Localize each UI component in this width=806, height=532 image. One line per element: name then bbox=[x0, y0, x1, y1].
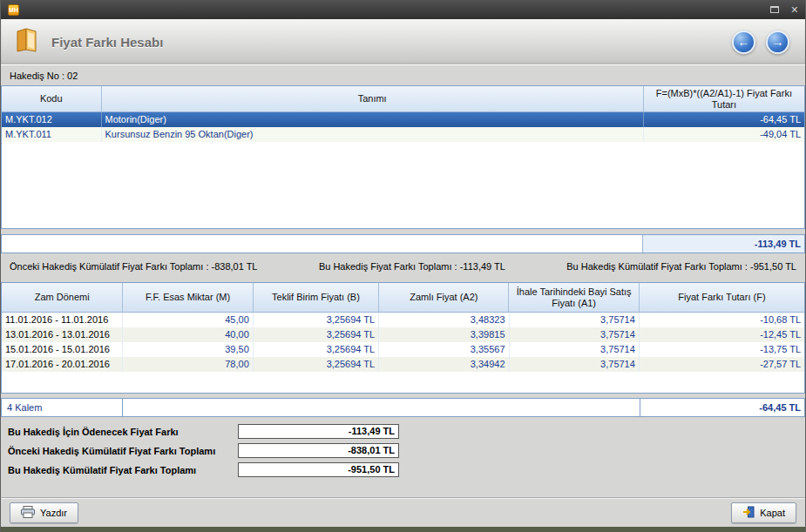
total-label: Bu Hakediş Kümülatif Fiyat Farkı Toplamı bbox=[8, 465, 238, 475]
titlebar: MH × bbox=[1, 0, 805, 19]
cell-teklif-birim-fiyati: 3,25694 TL bbox=[254, 342, 379, 357]
column-header-zamli-fiyat[interactable]: Zamlı Fiyat (A2) bbox=[379, 283, 509, 312]
cell-teklif-birim-fiyati: 3,25694 TL bbox=[254, 327, 379, 342]
total-value: -838,01 TL bbox=[238, 443, 399, 458]
periods-total-value: -64,45 TL bbox=[640, 398, 805, 417]
cell-zamli-fiyat: 3,34942 bbox=[379, 357, 509, 372]
cell-fiyat-farki-tutari: -13,75 TL bbox=[640, 342, 804, 357]
table-row[interactable]: 17.01.2016 - 20.01.2016 78,00 3,25694 TL… bbox=[2, 357, 804, 372]
print-button-label: Yazdır bbox=[40, 508, 67, 518]
cell-fiyat-farki-tutari: -10,68 TL bbox=[640, 313, 804, 327]
cell-esas-miktar: 39,50 bbox=[123, 342, 253, 357]
cell-tanimi: Kursunsuz Benzin 95 Oktan(Diger) bbox=[102, 127, 644, 142]
cell-kodu: M.YKT.011 bbox=[2, 127, 102, 142]
printer-icon bbox=[21, 506, 35, 520]
item-count-label: 4 Kalem bbox=[1, 398, 123, 417]
items-table: Kodu Tanımı F=(MxB)*((A2/A1)-1) Fiyat Fa… bbox=[1, 85, 805, 229]
form-header: Fiyat Farkı Hesabı ← → bbox=[1, 19, 805, 65]
table-row[interactable]: M.YKT.012 Motorin(Diger) -64,45 TL bbox=[2, 112, 804, 127]
cell-zam-donemi: 13.01.2016 - 13.01.2016 bbox=[2, 327, 123, 342]
periods-total-spacer bbox=[122, 398, 640, 417]
cell-esas-miktar: 78,00 bbox=[123, 357, 253, 372]
exit-door-icon bbox=[742, 506, 755, 520]
total-label: Bu Hakediş İçin Ödenecek Fiyat Farkı bbox=[8, 427, 238, 437]
cell-tutar: -64,45 TL bbox=[644, 112, 804, 127]
forward-button[interactable]: → bbox=[766, 30, 789, 54]
items-total-value: -113,49 TL bbox=[643, 235, 804, 253]
cell-bayi-satis-fiyati: 3,75714 bbox=[510, 327, 640, 342]
total-row: Bu Hakediş İçin Ödenecek Fiyat Farkı -11… bbox=[8, 424, 805, 439]
column-header-tanimi[interactable]: Tanımı bbox=[102, 86, 644, 111]
column-header-teklif-birim-fiyati[interactable]: Teklif Birim Fiyatı (B) bbox=[254, 283, 379, 312]
periods-total-bar: 4 Kalem -64,45 TL bbox=[1, 398, 805, 417]
periods-table: Zam Dönemi F.F. Esas Miktar (M) Teklif B… bbox=[1, 282, 805, 394]
cell-zam-donemi: 17.01.2016 - 20.01.2016 bbox=[2, 357, 123, 372]
form-icon bbox=[13, 27, 41, 57]
back-arrow-icon: ← bbox=[738, 35, 750, 49]
cell-fiyat-farki-tutari: -12,45 TL bbox=[640, 327, 804, 342]
column-header-esas-miktar[interactable]: F.F. Esas Miktar (M) bbox=[123, 283, 253, 312]
items-total-bar: -113,49 TL bbox=[1, 234, 805, 253]
table-row[interactable]: 15.01.2016 - 15.01.2016 39,50 3,25694 TL… bbox=[2, 342, 804, 357]
print-button[interactable]: Yazdır bbox=[10, 502, 78, 523]
current-total: Bu Hakediş Fiyat Farkı Toplamı : -113,49… bbox=[319, 261, 505, 272]
cell-kodu: M.YKT.012 bbox=[2, 112, 102, 127]
column-header-fiyat-farki-tutari[interactable]: Fiyat Farkı Tutarı (F) bbox=[640, 283, 804, 312]
minimize-icon[interactable] bbox=[770, 6, 779, 13]
cell-esas-miktar: 40,00 bbox=[123, 327, 253, 342]
cell-tutar: -49,04 TL bbox=[644, 127, 804, 142]
app-icon: MH bbox=[8, 4, 19, 16]
close-button-label: Kapat bbox=[760, 508, 785, 518]
cell-bayi-satis-fiyati: 3,75714 bbox=[510, 342, 640, 357]
cell-zam-donemi: 15.01.2016 - 15.01.2016 bbox=[2, 342, 123, 357]
app-window: MH × Fiyat Farkı Hesabı ← → Hakediş No :… bbox=[0, 0, 806, 532]
summary-line: Önceki Hakediş Kümülatif Fiyat Farkı Top… bbox=[1, 253, 805, 282]
page-title: Fiyat Farkı Hesabı bbox=[51, 35, 163, 50]
column-header-kodu[interactable]: Kodu bbox=[2, 86, 102, 111]
cell-tanimi: Motorin(Diger) bbox=[102, 112, 644, 127]
cell-zamli-fiyat: 3,35567 bbox=[379, 342, 509, 357]
back-button[interactable]: ← bbox=[732, 30, 755, 54]
bottom-toolbar: Yazdır Kapat bbox=[1, 497, 805, 527]
items-total-spacer bbox=[2, 235, 643, 253]
cell-zamli-fiyat: 3,39815 bbox=[379, 327, 509, 342]
cell-fiyat-farki-tutari: -27,57 TL bbox=[640, 357, 804, 372]
cell-esas-miktar: 45,00 bbox=[123, 313, 253, 327]
totals-section: Bu Hakediş İçin Ödenecek Fiyat Farkı -11… bbox=[8, 424, 805, 481]
table-row[interactable]: 13.01.2016 - 13.01.2016 40,00 3,25694 TL… bbox=[2, 327, 804, 342]
hakedis-no-label: Hakediş No : 02 bbox=[10, 71, 78, 81]
window-bottom-edge bbox=[1, 527, 805, 532]
cell-bayi-satis-fiyati: 3,75714 bbox=[510, 313, 640, 327]
table-row[interactable]: 11.01.2016 - 11.01.2016 45,00 3,25694 TL… bbox=[2, 313, 804, 327]
cell-teklif-birim-fiyati: 3,25694 TL bbox=[254, 357, 379, 372]
total-label: Önceki Hakediş Kümülatif Fiyat Farkı Top… bbox=[8, 446, 238, 456]
cell-teklif-birim-fiyati: 3,25694 TL bbox=[254, 313, 379, 327]
cell-zam-donemi: 11.01.2016 - 11.01.2016 bbox=[2, 313, 123, 327]
total-value: -951,50 TL bbox=[238, 462, 399, 477]
table-row[interactable]: M.YKT.011 Kursunsuz Benzin 95 Oktan(Dige… bbox=[2, 127, 804, 142]
total-row: Bu Hakediş Kümülatif Fiyat Farkı Toplamı… bbox=[8, 462, 805, 477]
previous-cumulative-total: Önceki Hakediş Kümülatif Fiyat Farkı Top… bbox=[10, 261, 258, 272]
close-window-button[interactable]: Kapat bbox=[731, 502, 796, 523]
column-header-tutar[interactable]: F=(MxB)*((A2/A1)-1) Fiyat Farkı Tutarı bbox=[644, 86, 804, 111]
column-header-zam-donemi[interactable]: Zam Dönemi bbox=[2, 283, 123, 312]
total-value: -113,49 TL bbox=[238, 424, 399, 439]
cumulative-total: Bu Hakediş Kümülatif Fiyat Farkı Toplamı… bbox=[566, 261, 796, 272]
cell-bayi-satis-fiyati: 3,75714 bbox=[510, 357, 640, 372]
total-row: Önceki Hakediş Kümülatif Fiyat Farkı Top… bbox=[8, 443, 805, 458]
column-header-bayi-satis-fiyati[interactable]: İhale Tarihindeki Bayi Satış Fiyatı (A1) bbox=[509, 283, 639, 312]
forward-arrow-icon: → bbox=[772, 35, 784, 49]
cell-zamli-fiyat: 3,48323 bbox=[379, 313, 509, 327]
close-icon[interactable]: × bbox=[791, 3, 798, 16]
